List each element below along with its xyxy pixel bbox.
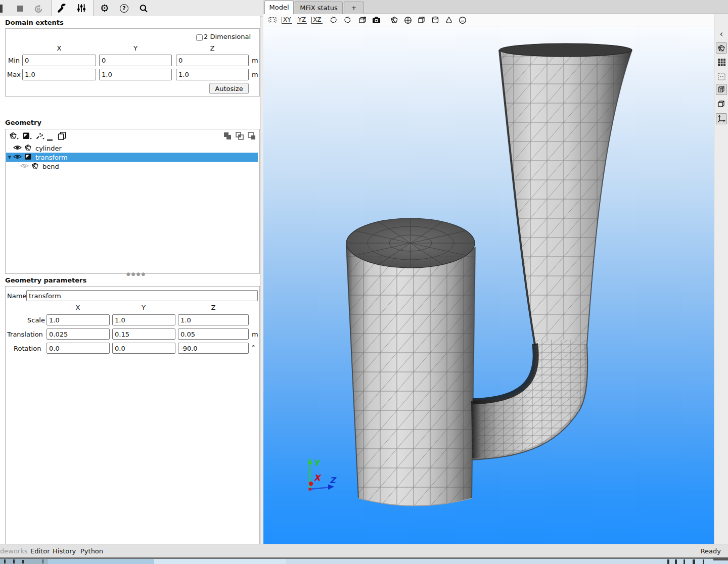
cylinder-visibility-icon[interactable] <box>431 16 440 24</box>
param-col-z: Z <box>198 304 229 311</box>
pause-icon[interactable] <box>0 4 8 13</box>
regions-panel-icon[interactable] <box>716 71 727 82</box>
geometry-shape-icon <box>24 144 35 153</box>
remove-icon[interactable] <box>47 134 54 144</box>
build-wrench-icon[interactable] <box>57 3 66 12</box>
cube-visibility-icon[interactable] <box>417 16 426 24</box>
cone-visibility-icon[interactable] <box>444 16 453 24</box>
perspective-icon[interactable] <box>358 16 368 24</box>
visibility-eye-icon[interactable] <box>13 144 24 153</box>
ymin-input[interactable] <box>99 55 172 66</box>
visibility-eye-icon[interactable] <box>13 153 24 162</box>
tab-add[interactable]: + <box>344 2 364 14</box>
translation-label: Translation <box>7 331 43 338</box>
reset-icon[interactable] <box>33 4 42 13</box>
intersect-icon[interactable] <box>236 132 244 142</box>
translation-z-input[interactable] <box>178 328 249 340</box>
tab-model[interactable]: Model <box>264 1 294 14</box>
translation-y-input[interactable] <box>112 328 175 340</box>
geometry-shape-icon <box>31 162 42 171</box>
scale-y-input[interactable] <box>112 314 175 325</box>
mesh-panel-icon[interactable] <box>716 84 727 95</box>
rotate-ccw-icon[interactable] <box>329 16 338 24</box>
axes-panel-icon[interactable] <box>716 113 727 124</box>
viewport-toolbar: XY YZ XZ <box>263 14 714 26</box>
main-toolbar: ⚙ ? <box>0 0 263 17</box>
domain-extents-title: Domain extents <box>5 19 64 26</box>
geometry-render: Y X Z <box>263 26 714 544</box>
union-icon[interactable] <box>223 132 232 142</box>
max-label: Max <box>7 71 21 78</box>
grid-panel-icon[interactable] <box>716 57 727 68</box>
min-label: Min <box>8 57 20 64</box>
settings-gear-icon[interactable]: ⚙ <box>100 2 109 11</box>
copy-icon[interactable] <box>58 131 67 143</box>
two-dimensional-checkbox[interactable] <box>196 34 203 41</box>
tree-item-label: transform <box>35 154 68 161</box>
nodeworks-sliders-icon[interactable] <box>77 4 86 13</box>
vtk-3d-viewport[interactable]: Y X Z <box>263 26 714 544</box>
rotation-y-input[interactable] <box>112 343 175 354</box>
mode-tab-python[interactable]: Python <box>80 547 103 555</box>
param-col-x: X <box>63 304 93 311</box>
axis-z-label: Z <box>330 476 337 485</box>
yz-view-button[interactable]: YZ <box>297 17 307 24</box>
cube-panel-icon[interactable] <box>716 99 727 110</box>
ymax-input[interactable] <box>99 69 172 80</box>
wizard-icon[interactable] <box>35 131 46 143</box>
zmin-input[interactable] <box>176 55 249 66</box>
rotation-z-input[interactable] <box>178 343 249 354</box>
param-col-y: Y <box>128 304 159 311</box>
screenshot-icon[interactable] <box>372 16 381 24</box>
two-dimensional-label: 2 Dimensional <box>204 33 251 40</box>
geometry-panel-icon[interactable] <box>716 42 727 54</box>
min-unit: m <box>252 57 258 64</box>
scale-z-input[interactable] <box>178 314 249 325</box>
search-icon[interactable] <box>139 4 148 13</box>
bend-tube-mesh <box>463 41 640 466</box>
difference-icon[interactable] <box>248 132 256 142</box>
axis-y-label: Y <box>313 458 321 468</box>
reset-view-icon[interactable] <box>268 16 277 24</box>
translation-x-input[interactable] <box>47 328 110 340</box>
tree-item-transform[interactable]: ▼ transform <box>6 153 258 162</box>
scale-label: Scale <box>27 316 45 324</box>
regions-visibility-icon[interactable] <box>403 16 413 24</box>
translation-unit: m <box>252 331 258 338</box>
xmax-input[interactable] <box>22 69 96 80</box>
mode-tab-history[interactable]: History <box>53 547 76 555</box>
tree-item-cylinder[interactable]: cylinder <box>6 144 258 153</box>
stop-icon[interactable] <box>16 4 25 13</box>
rotation-unit: ° <box>252 344 255 351</box>
opacity-icon[interactable] <box>458 16 467 24</box>
tree-item-bend[interactable]: bend <box>6 162 258 171</box>
axis-x-label: X <box>314 473 322 483</box>
col-y-header: Y <box>120 44 151 52</box>
collapse-chevron[interactable]: ‹ <box>716 28 727 39</box>
status-ready-label: Ready <box>701 547 721 555</box>
geometry-visibility-icon[interactable] <box>390 16 399 24</box>
rotate-cw-icon[interactable] <box>343 16 352 24</box>
xy-view-button[interactable]: XY <box>282 17 292 24</box>
scale-x-input[interactable] <box>47 314 110 325</box>
col-x-header: X <box>44 44 74 52</box>
name-input[interactable] <box>26 290 258 301</box>
visibility-eye-off-icon[interactable] <box>20 162 31 171</box>
add-filter-icon[interactable] <box>22 131 32 143</box>
mode-tab-nodeworks[interactable]: deworks <box>0 547 27 555</box>
splitter-handle[interactable]: ●●●● <box>126 271 146 276</box>
rotation-label: Rotation <box>14 345 41 352</box>
mfix-window: ⚙ ? Domain extents 2 Dimensional X Y Z M… <box>0 0 728 564</box>
autosize-button[interactable]: Autosize <box>209 83 249 94</box>
xmin-input[interactable] <box>22 55 96 66</box>
help-icon[interactable]: ? <box>120 4 129 13</box>
add-geometry-icon[interactable] <box>9 131 19 143</box>
tab-mfix-status[interactable]: MFiX status <box>295 2 343 14</box>
right-panel-toolbar: ‹ <box>714 14 728 544</box>
zmax-input[interactable] <box>176 69 249 80</box>
mode-tab-editor[interactable]: Editor <box>30 547 50 555</box>
rotation-x-input[interactable] <box>47 343 110 354</box>
name-label: Name <box>7 292 26 300</box>
xz-view-button[interactable]: XZ <box>311 17 322 24</box>
expand-triangle-icon[interactable]: ▼ <box>6 155 13 160</box>
